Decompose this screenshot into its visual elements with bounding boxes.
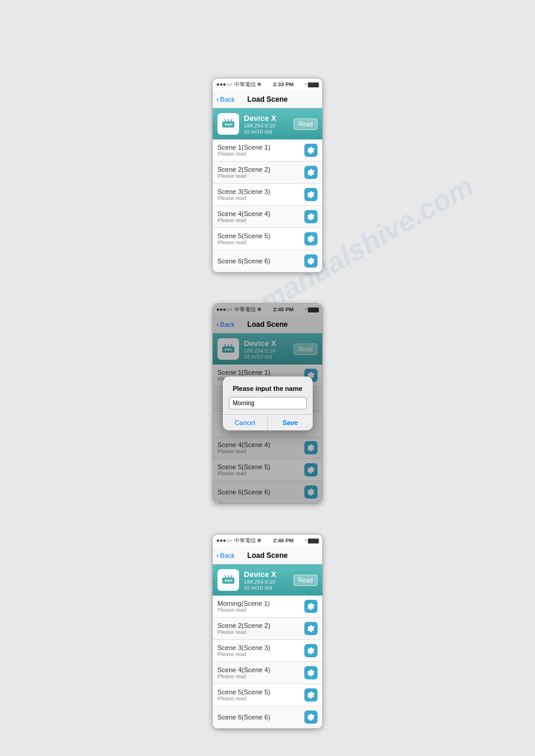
back-label-1: Back (220, 96, 234, 103)
status-right-3: * ▇▇▇ (305, 538, 319, 544)
scene-text-1-4: Scene 4(Scene 4) Please read (217, 210, 304, 223)
nav-title-1: Load Scene (247, 95, 288, 104)
gear-button-3-1[interactable] (304, 600, 318, 613)
phone-2: ●●●○○ 中華電信 ❋ 2:45 PM * ▇▇▇ ‹ Back Load S… (212, 303, 323, 504)
scene-name-3-3: Scene 3(Scene 3) (217, 644, 304, 651)
scene-text-1-2: Scene 2(Scene 2) Please read (217, 166, 304, 179)
device-name-3: Device X (244, 570, 289, 579)
gear-button-3-6[interactable] (304, 711, 318, 724)
gear-button-1-3[interactable] (304, 188, 318, 201)
scene-name-1-6: Scene 6(Scene 6) (217, 257, 304, 265)
device-icon-1 (217, 113, 239, 135)
status-bar-1: ●●●○○ 中華電信 ❋ 2:33 PM * ▇▇▇ (213, 78, 322, 90)
scene-item-3-6: Scene 6(Scene 6) (213, 706, 322, 728)
gear-button-1-1[interactable] (304, 144, 318, 157)
device-header-3: Device X 169.254.0.10 10 in/10 out Read (213, 564, 322, 596)
gear-button-3-3[interactable] (304, 644, 318, 657)
page-wrapper: manualshive.com ●●●○○ 中華電信 ❋ 2:33 PM * ▇… (0, 0, 535, 756)
gear-button-1-6[interactable] (304, 254, 318, 268)
modal-input-2[interactable] (229, 397, 307, 409)
gear-svg-3-5 (307, 691, 315, 699)
gear-button-3-4[interactable] (304, 666, 318, 679)
scene-text-3-3: Scene 3(Scene 3) Please read (217, 644, 304, 657)
scene-item-3-5: Scene 5(Scene 5) Please read (213, 684, 322, 706)
back-button-3[interactable]: ‹ Back (216, 551, 235, 559)
scene-status-3-3: Please read (217, 651, 304, 657)
gear-button-1-2[interactable] (304, 166, 318, 179)
scene-item-1-4: Scene 4(Scene 4) Please read (213, 206, 322, 228)
modal-cancel-button-2[interactable]: Cancel (223, 415, 268, 430)
scene-item-3-1: Morning(Scene 1) Please read (213, 596, 322, 618)
status-left-3: ●●●○○ 中華電信 ❋ (216, 537, 262, 545)
read-button-1[interactable]: Read (294, 119, 318, 130)
scene-item-1-1: Scene 1(Scene 1) Please read (213, 139, 322, 162)
svg-line-7 (231, 119, 232, 122)
nav-title-3: Load Scene (247, 551, 288, 560)
scene-status-3-5: Please read (217, 696, 304, 702)
device-sub-1: 10 in/10 out (244, 129, 289, 135)
status-right-1: * ▇▇▇ (305, 82, 319, 87)
gear-svg-3-3 (307, 646, 315, 655)
battery-1: * ▇▇▇ (305, 82, 319, 87)
device-ip-3: 169.254.0.10 (244, 579, 289, 585)
gear-button-1-4[interactable] (304, 210, 318, 223)
gear-svg-3-2 (307, 624, 315, 633)
gear-svg-3-6 (307, 713, 315, 721)
device-header-1: Device X 169.254.0.10 10 in/10 out Read (213, 108, 322, 139)
gear-button-1-5[interactable] (304, 232, 318, 245)
scene-status-1-3: Please read (217, 195, 304, 201)
svg-point-20 (230, 580, 231, 581)
scene-item-1-2: Scene 2(Scene 2) Please read (213, 162, 322, 184)
gear-svg-1-5 (307, 235, 315, 243)
nav-bar-3: ‹ Back Load Scene (213, 546, 322, 564)
scene-text-3-1: Morning(Scene 1) Please read (217, 600, 304, 613)
back-chevron-3: ‹ (216, 551, 219, 559)
router-icon-3 (221, 573, 235, 587)
scene-item-1-5: Scene 5(Scene 5) Please read (213, 228, 322, 250)
svg-point-18 (225, 580, 226, 581)
svg-line-23 (231, 575, 232, 578)
modal-title-2: Please input the name (229, 385, 307, 392)
scene-text-1-1: Scene 1(Scene 1) Please read (217, 144, 304, 157)
scene-name-3-2: Scene 2(Scene 2) (217, 622, 304, 629)
read-button-3[interactable]: Read (294, 575, 318, 586)
gear-svg-1-4 (307, 212, 315, 221)
scene-name-1-5: Scene 5(Scene 5) (217, 232, 304, 239)
svg-line-5 (225, 119, 226, 122)
scene-text-3-2: Scene 2(Scene 2) Please read (217, 622, 304, 635)
svg-point-4 (230, 124, 231, 125)
svg-point-3 (228, 124, 229, 125)
scene-name-1-4: Scene 4(Scene 4) (217, 210, 304, 217)
scene-list-3: Morning(Scene 1) Please read Scene 2(Sce… (213, 596, 322, 728)
status-bar-3: ●●●○○ 中華電信 ❋ 2:46 PM * ▇▇▇ (213, 535, 322, 546)
scene-name-1-1: Scene 1(Scene 1) (217, 144, 304, 151)
scene-text-1-5: Scene 5(Scene 5) Please read (217, 232, 304, 245)
scene-status-1-5: Please read (217, 239, 304, 245)
scene-name-1-3: Scene 3(Scene 3) (217, 188, 304, 195)
phone-1: ●●●○○ 中華電信 ❋ 2:33 PM * ▇▇▇ ‹ Back Load S… (212, 78, 323, 273)
device-sub-3: 10 in/10 out (244, 585, 289, 591)
scene-name-3-5: Scene 5(Scene 5) (217, 688, 304, 696)
nav-bar-1: ‹ Back Load Scene (213, 90, 322, 108)
scene-text-3-5: Scene 5(Scene 5) Please read (217, 688, 304, 702)
gear-svg-1-6 (307, 257, 315, 265)
scene-text-1-6: Scene 6(Scene 6) (217, 257, 304, 265)
svg-point-2 (225, 124, 226, 125)
router-icon-1 (221, 117, 235, 131)
gear-button-3-2[interactable] (304, 622, 318, 635)
back-button-1[interactable]: ‹ Back (216, 95, 235, 103)
gear-svg-1-1 (307, 146, 315, 154)
svg-point-19 (228, 580, 229, 581)
battery-3: * ▇▇▇ (305, 538, 319, 544)
modal-buttons-2: Cancel Save (223, 414, 313, 430)
status-left-1: ●●●○○ 中華電信 ❋ (216, 81, 262, 89)
back-chevron-1: ‹ (216, 95, 219, 103)
scene-text-3-6: Scene 6(Scene 6) (217, 714, 304, 721)
modal-save-button-2[interactable]: Save (268, 415, 313, 430)
device-info-3: Device X 169.254.0.10 10 in/10 out (244, 570, 289, 591)
scene-item-1-3: Scene 3(Scene 3) Please read (213, 184, 322, 206)
gear-button-3-5[interactable] (304, 688, 318, 702)
modal-box-2: Please input the name Cancel Save (223, 377, 313, 430)
scene-status-3-2: Please read (217, 629, 304, 635)
scene-item-3-3: Scene 3(Scene 3) Please read (213, 640, 322, 662)
